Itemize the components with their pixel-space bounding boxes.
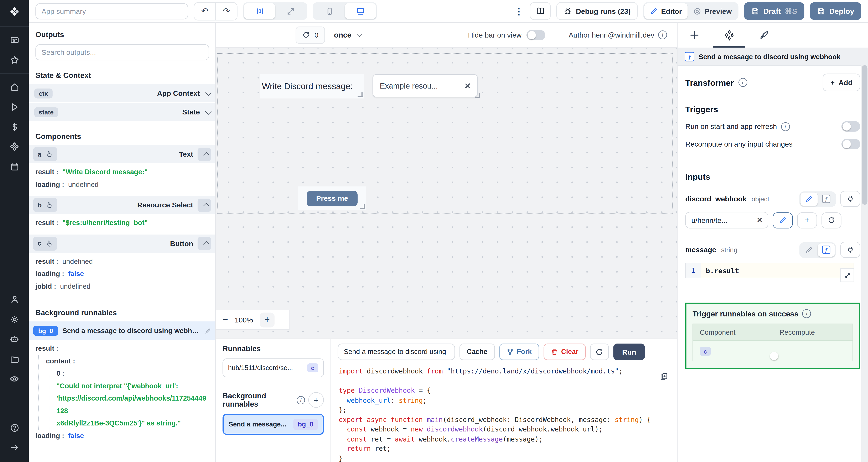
zoom-in-button[interactable]: + <box>260 312 275 327</box>
scrollbar-thumb[interactable] <box>862 65 868 205</box>
sidebar-item-users[interactable] <box>0 289 29 309</box>
app-container[interactable]: Write Discord message: Example resou... … <box>217 53 673 213</box>
fullscreen-layout-button[interactable] <box>275 3 306 19</box>
run-button[interactable]: Run <box>613 343 645 360</box>
create-resource-button[interactable]: + <box>797 212 817 228</box>
message-expression-editor[interactable]: 1 b.result <box>685 263 854 278</box>
sidebar-item-settings[interactable] <box>0 309 29 329</box>
info-icon[interactable]: i <box>802 309 811 318</box>
edit-resource-button[interactable] <box>773 212 793 228</box>
button-component[interactable]: Press me <box>299 186 366 210</box>
resource-picker[interactable]: u/henri/te... × <box>685 212 768 229</box>
copy-icon[interactable] <box>660 372 668 381</box>
desktop-view-button[interactable] <box>345 3 376 19</box>
theme-tab[interactable] <box>759 30 769 40</box>
draft-button[interactable]: Draft ⌘S <box>744 2 804 20</box>
ctx-row[interactable]: ctx App Context <box>29 84 215 102</box>
deploy-button[interactable]: Deploy <box>810 2 861 20</box>
static-mode-button[interactable] <box>801 243 817 256</box>
run-on-start-toggle[interactable] <box>841 121 860 132</box>
runnable-name-input[interactable] <box>338 343 455 360</box>
clear-icon[interactable]: × <box>757 216 762 225</box>
component-b-outputs: result"$res:u/henri/testing_bot" <box>29 214 215 233</box>
reload-button[interactable] <box>590 343 609 360</box>
app-canvas[interactable]: Write Discord message: Example resou... … <box>216 47 677 338</box>
connect-input-button[interactable] <box>840 191 860 207</box>
component-a-header[interactable]: a Text <box>29 145 215 163</box>
code-editor[interactable]: import discordwebhook from "https://deno… <box>331 363 677 462</box>
output-key: result <box>35 166 59 178</box>
recompute-toggle[interactable] <box>841 139 860 150</box>
app-summary-input[interactable] <box>35 3 188 19</box>
expand-editor-icon[interactable] <box>840 268 854 282</box>
resource-select-input[interactable]: Example resou... × <box>373 74 477 97</box>
clear-icon[interactable]: × <box>465 81 471 91</box>
mobile-view-button[interactable] <box>314 3 345 19</box>
eval-mode-button[interactable]: f <box>817 192 835 205</box>
docs-button[interactable] <box>530 2 551 20</box>
debug-runs-button[interactable]: Debug runs (23) <box>557 2 638 20</box>
windmill-logo-icon[interactable] <box>0 0 29 23</box>
collapse-button[interactable] <box>198 237 211 250</box>
info-icon[interactable]: i <box>738 78 747 87</box>
edit-icon[interactable] <box>205 328 211 334</box>
sidebar-item-favorites[interactable] <box>0 50 29 70</box>
redo-button[interactable]: ↷ <box>215 2 237 20</box>
component-c-header[interactable]: c Button <box>29 234 215 253</box>
static-mode-button[interactable] <box>801 192 817 205</box>
sidebar-item-schedules[interactable] <box>0 157 29 176</box>
info-icon[interactable]: i <box>658 31 667 39</box>
info-icon[interactable]: i <box>781 122 789 131</box>
sidebar-item-folders[interactable] <box>0 349 29 369</box>
bg0-row[interactable]: bg_0 Send a message to discord using web… <box>29 322 215 340</box>
tab-editor[interactable]: Editor <box>645 3 688 19</box>
hide-bar-toggle[interactable] <box>527 30 546 40</box>
resize-handle[interactable] <box>360 204 365 209</box>
add-background-runnable-button[interactable]: + <box>308 392 324 407</box>
tab-preview[interactable]: Preview <box>687 3 737 19</box>
component-b-header[interactable]: b Resource Select <box>29 196 215 214</box>
zoom-out-button[interactable]: − <box>223 314 228 325</box>
refresh-icon <box>302 31 310 39</box>
state-row[interactable]: state State <box>29 103 215 121</box>
schedule-dropdown[interactable]: once <box>334 31 361 39</box>
resize-handle[interactable] <box>475 93 480 98</box>
sidebar-item-audit-logs[interactable] <box>0 369 29 389</box>
add-transformer-button[interactable]: + Add <box>823 73 860 91</box>
fork-button[interactable]: Fork <box>499 343 539 360</box>
cache-button[interactable]: Cache <box>460 343 495 360</box>
search-outputs-input[interactable] <box>35 44 209 60</box>
main-sidebar <box>0 0 29 462</box>
sidebar-expand-icon[interactable] <box>0 437 29 457</box>
component-settings-tab[interactable] <box>723 29 735 41</box>
sidebar-item-runs[interactable] <box>0 97 29 117</box>
collapse-button[interactable] <box>198 147 211 161</box>
connect-input-button[interactable] <box>840 242 860 258</box>
sidebar-item-help[interactable] <box>0 418 29 437</box>
deploy-label: Deploy <box>829 7 854 15</box>
sidebar-item-apps[interactable] <box>0 30 29 50</box>
undo-button[interactable]: ↶ <box>194 2 215 20</box>
sidebar-item-home[interactable] <box>0 77 29 97</box>
info-icon[interactable]: i <box>297 396 305 404</box>
refresh-resources-button[interactable] <box>822 212 841 228</box>
resource-select-component[interactable]: Example resou... × <box>373 73 481 99</box>
insert-component-tab[interactable] <box>689 30 700 40</box>
sidebar-item-variables[interactable] <box>0 117 29 136</box>
sidebar-item-resources[interactable] <box>0 137 29 157</box>
background-runnable-item-selected[interactable]: Send a message... bg_0 <box>223 414 324 435</box>
component-badge: c <box>700 347 711 356</box>
refresh-count-button[interactable]: 0 <box>296 26 325 43</box>
center-layout-button[interactable] <box>244 3 275 19</box>
sidebar-item-workers[interactable] <box>0 329 29 349</box>
collapse-button[interactable] <box>198 198 211 211</box>
trigger-runnables-section: Trigger runnables on success i Component… <box>685 303 860 369</box>
eval-mode-button[interactable]: f <box>817 243 835 256</box>
text-component[interactable]: Write Discord message: <box>259 74 364 98</box>
press-me-button[interactable]: Press me <box>307 191 358 206</box>
runnable-item[interactable]: hub/1511/discord/se... c <box>223 358 324 377</box>
clear-button[interactable]: Clear <box>543 343 586 360</box>
error-text-line: "Could not interpret "{'webhook_url': <box>57 380 209 392</box>
more-menu-button[interactable]: ⋮ <box>514 6 524 16</box>
resize-handle[interactable] <box>358 92 363 97</box>
